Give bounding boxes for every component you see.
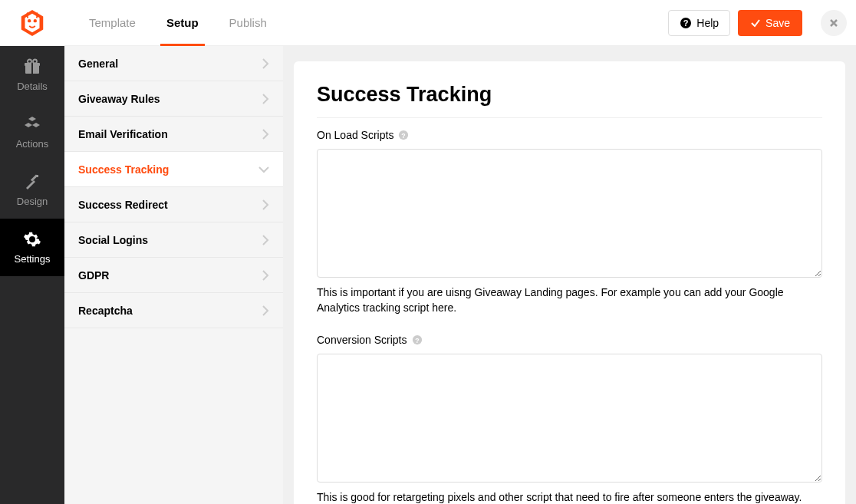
save-button[interactable]: Save — [738, 10, 802, 36]
chevron-down-icon — [258, 166, 269, 173]
settings-item-label: GDPR — [78, 269, 109, 282]
header-right: ? Help Save — [668, 10, 847, 36]
settings-sidebar: General Giveaway Rules Email Verificatio… — [64, 46, 283, 504]
gear-icon — [23, 230, 41, 249]
svg-point-13 — [30, 237, 35, 242]
settings-item-label: Success Redirect — [78, 199, 168, 211]
field-hint: This is good for retargeting pixels and … — [317, 490, 822, 504]
svg-text:?: ? — [402, 132, 406, 140]
content-area: Success Tracking On Load Scripts ? This … — [283, 46, 856, 504]
sidebar-item-label: Details — [17, 81, 48, 92]
settings-item-success-tracking[interactable]: Success Tracking — [64, 152, 283, 187]
field-label: On Load Scripts ? — [317, 129, 822, 141]
help-button-label: Help — [696, 17, 719, 29]
conversion-scripts-input[interactable] — [317, 354, 822, 483]
svg-rect-12 — [36, 175, 38, 177]
logo-container — [0, 8, 64, 38]
icon-sidebar: Details Actions Design — [0, 46, 64, 504]
settings-item-label: Social Logins — [78, 234, 148, 246]
chevron-right-icon — [262, 235, 269, 245]
settings-item-label: Giveaway Rules — [78, 93, 160, 105]
field-label-text: On Load Scripts — [317, 129, 393, 141]
settings-item-social-logins[interactable]: Social Logins — [64, 222, 283, 258]
gift-icon — [23, 58, 41, 76]
field-on-load-scripts: On Load Scripts ? This is important if y… — [317, 129, 822, 315]
on-load-scripts-input[interactable] — [317, 149, 822, 278]
panel: Success Tracking On Load Scripts ? This … — [294, 61, 845, 504]
svg-point-10 — [33, 60, 37, 64]
tab-template[interactable]: Template — [74, 0, 151, 45]
help-circle-icon: ? — [680, 17, 692, 29]
chevron-right-icon — [262, 94, 269, 104]
sidebar-item-settings[interactable]: Settings — [0, 219, 64, 276]
svg-point-9 — [28, 60, 31, 64]
sidebar-item-label: Settings — [15, 253, 51, 265]
svg-point-2 — [28, 18, 31, 21]
settings-item-general[interactable]: General — [64, 46, 283, 81]
chevron-right-icon — [262, 270, 269, 281]
logo-icon — [18, 8, 47, 38]
sidebar-item-label: Design — [17, 196, 48, 207]
tab-setup[interactable]: Setup — [151, 0, 214, 45]
field-label: Conversion Scripts ? — [317, 334, 822, 346]
settings-item-email-verification[interactable]: Email Verification — [64, 117, 283, 152]
settings-item-giveaway-rules[interactable]: Giveaway Rules — [64, 81, 283, 117]
field-conversion-scripts: Conversion Scripts ? This is good for re… — [317, 334, 822, 504]
field-hint: This is important if you are uisng Givea… — [317, 285, 822, 315]
settings-item-recaptcha[interactable]: Recaptcha — [64, 293, 283, 328]
check-icon — [750, 18, 761, 28]
svg-text:?: ? — [415, 337, 419, 344]
svg-text:?: ? — [683, 18, 689, 28]
svg-point-3 — [34, 18, 37, 21]
help-button[interactable]: ? Help — [668, 10, 730, 36]
boxes-icon — [23, 115, 41, 133]
sidebar-item-details[interactable]: Details — [0, 46, 64, 104]
panel-title: Success Tracking — [317, 83, 822, 118]
settings-item-success-redirect[interactable]: Success Redirect — [64, 187, 283, 222]
help-question-icon[interactable]: ? — [412, 334, 423, 345]
chevron-right-icon — [262, 199, 269, 210]
tools-icon — [23, 173, 41, 191]
tabs: Template Setup Publish — [74, 0, 282, 45]
settings-item-label: General — [78, 58, 118, 70]
close-button[interactable] — [821, 10, 847, 36]
chevron-right-icon — [262, 129, 269, 140]
body: General Giveaway Rules Email Verificatio… — [64, 46, 856, 504]
close-icon — [828, 18, 839, 28]
tab-publish[interactable]: Publish — [214, 0, 282, 45]
sidebar-item-design[interactable]: Design — [0, 161, 64, 219]
help-question-icon[interactable]: ? — [398, 130, 409, 140]
settings-item-label: Recaptcha — [78, 305, 133, 317]
chevron-right-icon — [262, 58, 269, 69]
settings-item-label: Success Tracking — [78, 163, 169, 176]
chevron-right-icon — [262, 305, 269, 316]
settings-item-label: Email Verification — [78, 128, 168, 140]
field-label-text: Conversion Scripts — [317, 334, 407, 346]
save-button-label: Save — [765, 17, 790, 29]
header: Template Setup Publish ? Help Save — [0, 0, 856, 46]
sidebar-item-actions[interactable]: Actions — [0, 104, 64, 161]
settings-item-gdpr[interactable]: GDPR — [64, 258, 283, 293]
sidebar-item-label: Actions — [16, 138, 49, 150]
svg-rect-8 — [31, 63, 33, 74]
